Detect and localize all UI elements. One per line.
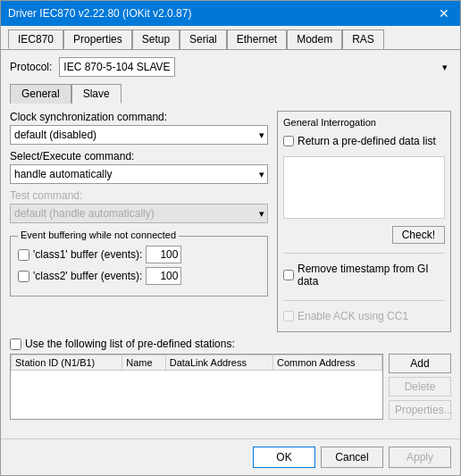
inner-tabs: General Slave xyxy=(10,84,451,104)
test-command-label: Test command: xyxy=(10,189,268,202)
class1-row: 'class1' buffer (events): xyxy=(18,246,260,263)
outer-tabs: IEC870 Properties Setup Serial Ethernet … xyxy=(1,26,460,50)
select-execute-select[interactable]: handle automatically xyxy=(10,164,268,184)
add-button[interactable]: Add xyxy=(389,354,451,373)
class2-input[interactable] xyxy=(146,267,181,285)
class2-checkbox[interactable] xyxy=(18,271,29,282)
col-name: Name xyxy=(122,355,165,371)
class2-label: 'class2' buffer (events): xyxy=(33,270,142,282)
select-execute-select-wrapper: handle automatically xyxy=(10,164,268,184)
station-section: Use the following list of pre-defined st… xyxy=(10,338,451,420)
cancel-button[interactable]: Cancel xyxy=(321,447,383,468)
enable-ack-label: Enable ACK using CC1 xyxy=(298,310,408,322)
ok-button[interactable]: OK xyxy=(253,447,315,468)
col-common: Common Address xyxy=(273,355,382,371)
clock-sync-select-wrapper: default (disabled) xyxy=(10,125,268,145)
station-table-wrapper: Station ID (N1/B1) Name DataLink Address… xyxy=(10,354,383,420)
gi-divider xyxy=(283,253,445,254)
tab-iec870[interactable]: IEC870 xyxy=(8,29,63,49)
station-check-row: Use the following list of pre-defined st… xyxy=(10,338,451,350)
station-check-label: Use the following list of pre-defined st… xyxy=(25,338,235,350)
gi-checkbox-label: Return a pre-defined data list xyxy=(298,135,436,147)
gi-checkbox-row: Return a pre-defined data list xyxy=(283,135,445,147)
event-group-title: Event buffering while not connected xyxy=(18,230,179,240)
class1-checkbox[interactable] xyxy=(18,249,29,261)
select-execute-label: Select/Execute command: xyxy=(10,150,268,163)
window-title: Driver IEC870 v2.22.80 (IOKit v2.0.87) xyxy=(8,7,191,20)
gi-divider2 xyxy=(283,300,445,301)
enable-ack-checkbox xyxy=(283,311,294,322)
remove-timestamp-checkbox[interactable] xyxy=(283,270,294,280)
select-execute-group: Select/Execute command: handle automatic… xyxy=(10,150,268,184)
class1-label: 'class1' buffer (events): xyxy=(33,248,142,261)
test-command-select-wrapper: default (handle automatically) xyxy=(10,204,268,223)
tab-slave[interactable]: Slave xyxy=(71,84,122,104)
tab-setup[interactable]: Setup xyxy=(132,29,180,49)
protocol-select-wrapper: IEC 870-5-104 SLAVE xyxy=(59,57,451,77)
col-datalink: DataLink Address xyxy=(165,355,272,371)
remove-timestamp-row: Remove timestamp from GI data xyxy=(283,263,445,288)
station-check[interactable] xyxy=(10,338,21,350)
close-button[interactable]: ✕ xyxy=(435,6,453,21)
tab-ethernet[interactable]: Ethernet xyxy=(227,29,287,49)
check-button[interactable]: Check! xyxy=(392,226,445,244)
delete-button[interactable]: Delete xyxy=(389,377,451,397)
clock-sync-label: Clock synchronization command: xyxy=(10,111,268,123)
properties-button[interactable]: Properties... xyxy=(389,400,451,420)
left-panel: Clock synchronization command: default (… xyxy=(10,111,268,332)
remove-timestamp-label: Remove timestamp from GI data xyxy=(298,263,445,288)
top-section: Clock synchronization command: default (… xyxy=(10,111,451,332)
col-station-id: Station ID (N1/B1) xyxy=(12,355,122,371)
apply-button[interactable]: Apply xyxy=(389,447,451,468)
event-group: Event buffering while not connected 'cla… xyxy=(10,236,268,296)
main-window: Driver IEC870 v2.22.80 (IOKit v2.0.87) ✕… xyxy=(0,0,461,476)
title-bar: Driver IEC870 v2.22.80 (IOKit v2.0.87) ✕ xyxy=(1,1,460,26)
station-buttons: Add Delete Properties... xyxy=(389,354,451,420)
class2-row: 'class2' buffer (events): xyxy=(18,267,260,285)
clock-sync-select[interactable]: default (disabled) xyxy=(10,125,268,145)
tab-serial[interactable]: Serial xyxy=(180,29,227,49)
gi-textarea[interactable] xyxy=(283,156,445,219)
enable-ack-row: Enable ACK using CC1 xyxy=(283,310,445,322)
gi-title: General Interrogation xyxy=(283,117,445,128)
test-command-select: default (handle automatically) xyxy=(10,204,268,223)
content-area: Protocol: IEC 870-5-104 SLAVE General Sl… xyxy=(1,50,460,438)
test-command-group: Test command: default (handle automatica… xyxy=(10,189,268,223)
protocol-label: Protocol: xyxy=(10,61,52,73)
gi-panel: General Interrogation Return a pre-defin… xyxy=(277,111,451,332)
footer: OK Cancel Apply xyxy=(1,438,460,475)
gi-checkbox[interactable] xyxy=(283,136,294,146)
tab-general[interactable]: General xyxy=(10,84,71,104)
tab-properties[interactable]: Properties xyxy=(63,29,132,49)
station-table-container: Station ID (N1/B1) Name DataLink Address… xyxy=(10,354,451,420)
station-table: Station ID (N1/B1) Name DataLink Address… xyxy=(11,355,382,371)
tab-ras[interactable]: RAS xyxy=(342,29,384,49)
protocol-select[interactable]: IEC 870-5-104 SLAVE xyxy=(59,57,175,77)
tab-modem[interactable]: Modem xyxy=(287,29,342,49)
protocol-row: Protocol: IEC 870-5-104 SLAVE xyxy=(10,57,451,77)
class1-input[interactable] xyxy=(146,246,181,263)
clock-sync-group: Clock synchronization command: default (… xyxy=(10,111,268,145)
